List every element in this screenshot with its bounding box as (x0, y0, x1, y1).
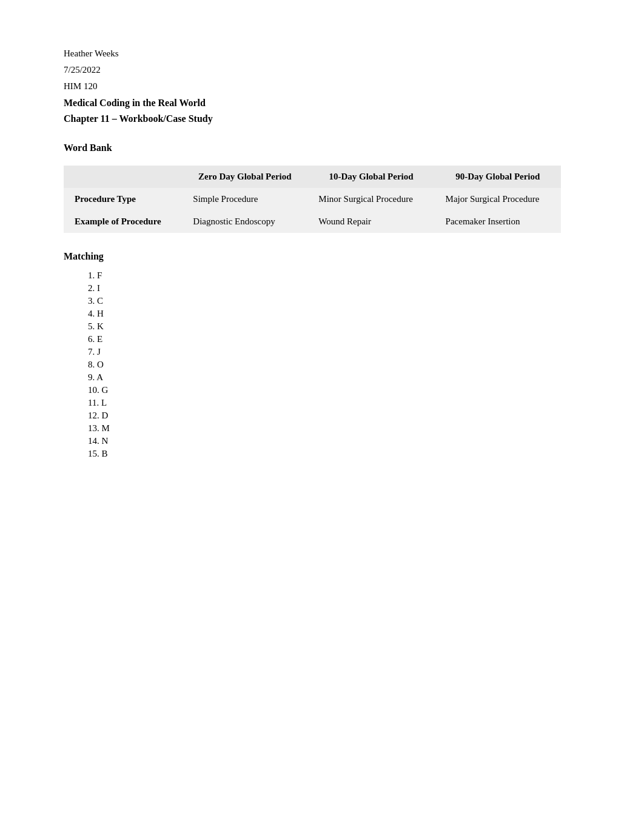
cell-ten-day-type: Minor Surgical Procedure (307, 188, 434, 210)
col-header-ninety-day: 90-Day Global Period (435, 166, 561, 188)
matching-heading: Matching (64, 251, 580, 262)
matching-list-item: 11. L (88, 398, 580, 408)
col-header-empty (64, 166, 182, 188)
matching-list-item: 3. C (88, 296, 580, 306)
student-date: 7/25/2022 (64, 65, 580, 75)
word-bank-heading: Word Bank (64, 143, 580, 153)
matching-list-item: 10. G (88, 385, 580, 395)
matching-list-item: 7. J (88, 347, 580, 357)
table-row: Procedure Type Simple Procedure Minor Su… (64, 188, 561, 210)
cell-zero-day-type: Simple Procedure (182, 188, 307, 210)
table-row: Example of Procedure Diagnostic Endoscop… (64, 210, 561, 233)
matching-list-item: 12. D (88, 411, 580, 421)
textbook-title: Medical Coding in the Real World (64, 98, 580, 109)
matching-list-item: 5. K (88, 321, 580, 332)
cell-ninety-day-example: Pacemaker Insertion (435, 210, 561, 233)
chapter-title: Chapter 11 – Workbook/Case Study (64, 113, 580, 124)
matching-list-item: 2. I (88, 283, 580, 293)
matching-list: 1. F2. I3. C4. H5. K6. E7. J8. O9. A10. … (64, 270, 580, 459)
matching-list-item: 15. B (88, 449, 580, 459)
col-header-zero-day: Zero Day Global Period (182, 166, 307, 188)
cell-zero-day-example: Diagnostic Endoscopy (182, 210, 307, 233)
matching-list-item: 4. H (88, 309, 580, 319)
student-course: HIM 120 (64, 81, 580, 92)
matching-list-item: 6. E (88, 334, 580, 344)
row-header-example: Example of Procedure (64, 210, 182, 233)
cell-ninety-day-type: Major Surgical Procedure (435, 188, 561, 210)
cell-ten-day-example: Wound Repair (307, 210, 434, 233)
student-name: Heather Weeks (64, 49, 580, 59)
matching-list-item: 9. A (88, 372, 580, 383)
word-bank-table: Zero Day Global Period 10-Day Global Per… (64, 166, 561, 233)
matching-list-item: 8. O (88, 360, 580, 370)
col-header-ten-day: 10-Day Global Period (307, 166, 434, 188)
matching-list-item: 14. N (88, 436, 580, 446)
matching-list-item: 1. F (88, 270, 580, 281)
row-header-procedure-type: Procedure Type (64, 188, 182, 210)
matching-list-item: 13. M (88, 423, 580, 434)
